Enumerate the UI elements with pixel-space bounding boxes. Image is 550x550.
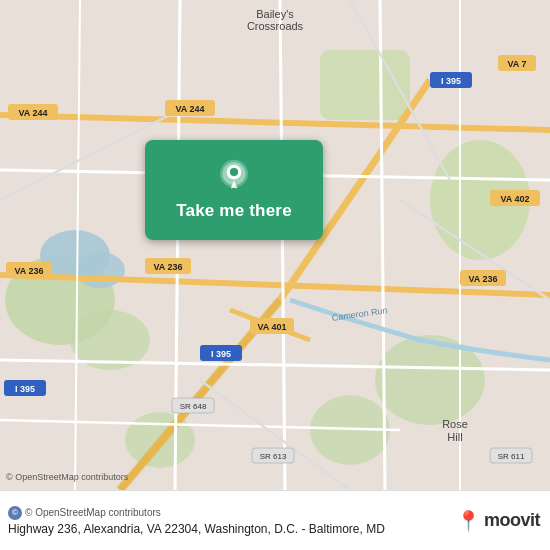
svg-text:I 395: I 395 (441, 76, 461, 86)
svg-text:VA 244: VA 244 (18, 108, 47, 118)
map-view: VA 244 VA 244 VA 7 I 395 VA 402 VA 236 V… (0, 0, 550, 490)
button-label: Take me there (176, 201, 292, 221)
svg-text:SR 611: SR 611 (498, 452, 525, 461)
button-overlay: Take me there (145, 140, 323, 240)
bottom-bar: © © OpenStreetMap contributors Highway 2… (0, 490, 550, 550)
svg-text:VA 402: VA 402 (500, 194, 529, 204)
svg-text:I 395: I 395 (15, 384, 35, 394)
svg-point-65 (230, 168, 238, 176)
take-me-there-button[interactable]: Take me there (145, 140, 323, 240)
svg-text:VA 236: VA 236 (14, 266, 43, 276)
osm-credit: © © OpenStreetMap contributors (8, 506, 456, 520)
location-pin-icon (216, 159, 252, 195)
svg-text:VA 236: VA 236 (153, 262, 182, 272)
svg-text:Rose: Rose (442, 418, 468, 430)
svg-text:Hill: Hill (447, 431, 462, 443)
svg-text:VA 401: VA 401 (257, 322, 286, 332)
moovit-logo: 📍 moovit (456, 509, 540, 533)
osm-logo: © (8, 506, 22, 520)
moovit-brand-text: moovit (484, 510, 540, 531)
svg-text:VA 7: VA 7 (507, 59, 526, 69)
svg-text:VA 236: VA 236 (468, 274, 497, 284)
svg-text:VA 244: VA 244 (175, 104, 204, 114)
bottom-left-section: © © OpenStreetMap contributors Highway 2… (8, 506, 456, 536)
svg-text:© OpenStreetMap contributors: © OpenStreetMap contributors (6, 472, 129, 482)
svg-text:Bailey's: Bailey's (256, 8, 294, 20)
svg-text:Crossroads: Crossroads (247, 20, 304, 32)
moovit-pin-icon: 📍 (456, 509, 481, 533)
svg-text:SR 648: SR 648 (180, 402, 207, 411)
svg-text:SR 613: SR 613 (260, 452, 287, 461)
osm-credit-text: © OpenStreetMap contributors (25, 507, 161, 518)
address-text: Highway 236, Alexandria, VA 22304, Washi… (8, 522, 456, 536)
svg-point-9 (75, 252, 125, 288)
svg-text:I 395: I 395 (211, 349, 231, 359)
